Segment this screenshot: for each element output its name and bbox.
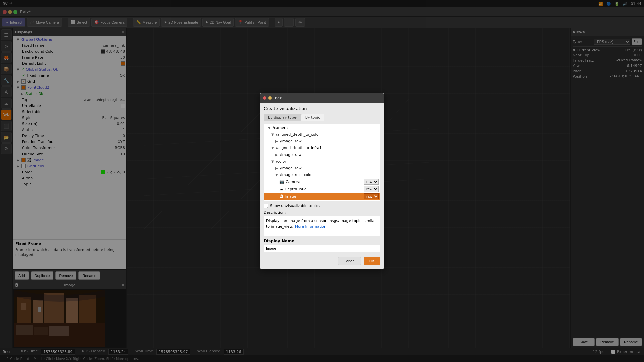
show-unvisualizable-checkbox[interactable] xyxy=(264,204,268,208)
adi-ir-arrow: ▶ xyxy=(275,153,279,157)
display-name-label: Display Name xyxy=(264,239,380,243)
tree-color[interactable]: ▼ /color xyxy=(264,158,380,165)
color-arrow: ▼ xyxy=(271,160,275,163)
depthcloud-leaf-icon: ☁ xyxy=(279,187,283,191)
camera-leaf-icon: 📷 xyxy=(279,179,284,184)
modal-header: Create visualization xyxy=(264,106,380,111)
tree-aligned-depth-color[interactable]: ▼ /aligned_depth_to_color xyxy=(264,131,380,138)
tree-depthcloud-leaf[interactable]: ☁ DepthCloud raw xyxy=(264,185,380,193)
tree-depth[interactable]: ▼ /depth xyxy=(264,200,380,201)
adc-arrow: ▼ xyxy=(271,133,275,136)
image-leaf-select[interactable]: raw xyxy=(364,193,379,199)
camera-arrow: ▼ xyxy=(268,126,271,130)
desc-period: . xyxy=(328,224,329,229)
show-unvisualizable-row: Show unvisualizable topics xyxy=(264,204,380,208)
tree-image-leaf[interactable]: 🖼 Image raw xyxy=(264,193,380,200)
modal-title-bar: rviz xyxy=(260,93,384,103)
c-ir-arrow: ▶ xyxy=(275,166,279,170)
tree-camera-leaf[interactable]: 📷 Camera raw xyxy=(264,178,380,185)
tree-color-image-raw[interactable]: ▶ /image_raw xyxy=(264,165,380,171)
tree-camera[interactable]: ▼ /camera xyxy=(264,124,380,131)
depthcloud-leaf-select[interactable]: raw xyxy=(364,186,379,192)
show-unvisualizable-label: Show unvisualizable topics xyxy=(270,204,320,208)
modal-tree[interactable]: ▼ /camera ▼ /aligned_depth_to_color ▶ /i… xyxy=(264,124,380,201)
display-name-input[interactable] xyxy=(264,245,380,252)
modal-body: Create visualization By display type By … xyxy=(260,103,384,269)
cancel-button[interactable]: Cancel xyxy=(338,257,361,265)
modal-overlay[interactable]: rviz Create visualization By display typ… xyxy=(0,0,644,362)
modal-min-btn[interactable] xyxy=(268,96,272,100)
tab-by-display-type[interactable]: By display type xyxy=(264,114,301,121)
modal-title-text: rviz xyxy=(275,96,282,100)
image-leaf-icon: 🖼 xyxy=(279,194,283,199)
tree-adc-image-raw[interactable]: ▶ /image_raw xyxy=(264,138,380,144)
camera-leaf-select[interactable]: raw xyxy=(364,179,379,185)
description-section: Description: Displays an image from a se… xyxy=(264,210,380,236)
tree-adi-image-raw[interactable]: ▶ /image_raw xyxy=(264,151,380,158)
desc-label: Description: xyxy=(264,210,380,215)
tab-bar: By display type By topic xyxy=(264,114,380,121)
tab-by-topic[interactable]: By topic xyxy=(301,114,325,121)
adc-ir-arrow: ▶ xyxy=(275,139,279,143)
tree-aligned-depth-infra1[interactable]: ▼ /aligned_depth_to_infra1 xyxy=(264,144,380,151)
modal-dialog: rviz Create visualization By display typ… xyxy=(260,93,384,269)
display-name-section: Display Name xyxy=(264,239,380,252)
ok-button[interactable]: OK xyxy=(364,257,380,265)
tree-image-rect-color[interactable]: ▼ /image_rect_color xyxy=(264,171,380,178)
adi-arrow: ▼ xyxy=(271,146,275,150)
irc-arrow: ▼ xyxy=(275,173,279,177)
more-info-link[interactable]: More Information xyxy=(295,224,326,229)
desc-text: Displays an image from a sensor_msgs/Ima… xyxy=(264,216,380,236)
modal-footer: Cancel OK xyxy=(264,255,380,265)
modal-close-btn[interactable] xyxy=(263,96,266,100)
